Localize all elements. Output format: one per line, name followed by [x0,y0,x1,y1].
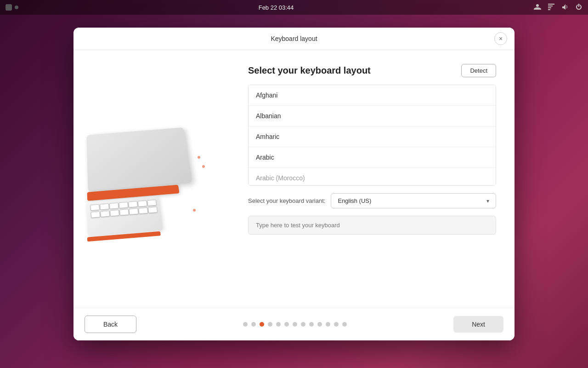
network-icon[interactable] [548,3,555,12]
progress-dot-12 [334,322,339,327]
chevron-down-icon: ▾ [486,198,489,204]
progress-dot-6 [284,322,289,327]
dialog-body: Select your keyboard layout Detect Afgha… [74,50,514,308]
progress-dot-13 [342,322,347,327]
kb-key [148,207,158,213]
kb-key [90,211,100,218]
kb-key [128,201,138,207]
layout-list[interactable]: Afghani Albanian Amharic Arabic Arabic (… [248,85,496,186]
dialog-title: Keyboard layout [271,35,317,42]
progress-dot-11 [326,322,330,327]
keyboard-layout-dialog: Keyboard layout × [74,28,514,340]
kb-top-layer [86,196,163,236]
kb-key [100,211,110,218]
dialog-footer: Back Next [74,308,514,340]
left-panel [74,50,230,308]
app-small-dot [15,6,18,9]
kb-key [119,202,128,208]
progress-dot-4 [268,322,272,327]
variant-select[interactable]: English (US) ▾ [331,193,496,208]
taskbar-clock: Feb 22 03:44 [259,4,294,11]
variant-select-container: English (US) ▾ [331,193,496,208]
kb-key [110,210,119,217]
app-indicator [6,4,18,11]
list-item[interactable]: Albanian [249,106,496,126]
kb-key [138,207,148,214]
kb-key [90,204,100,211]
progress-dot-3 [260,322,264,327]
right-panel: Select your keyboard layout Detect Afgha… [230,50,514,308]
taskbar-left [6,4,18,11]
keyboard-test-input[interactable] [248,216,496,235]
taskbar-right [534,3,582,12]
dialog-header: Keyboard layout × [74,28,514,50]
close-button[interactable]: × [494,32,507,45]
section-header: Select your keyboard layout Detect [248,64,496,77]
variant-row: Select your keyboard variant: English (U… [248,193,496,208]
list-item[interactable]: Arabic (Morocco) [249,168,496,186]
scatter-dot [202,165,205,168]
next-button[interactable]: Next [453,316,503,333]
progress-dot-1 [243,322,248,327]
list-item[interactable]: Amharic [249,126,496,147]
kb-key [100,203,109,210]
person-icon[interactable] [534,3,541,12]
progress-dots [243,322,347,327]
datetime-text: Feb 22 03:44 [259,4,294,11]
variant-label: Select your keyboard variant: [248,197,325,204]
progress-dot-2 [251,322,256,327]
kb-base-layer [86,127,192,192]
progress-dot-8 [301,322,305,327]
kb-key [138,200,147,207]
app-dot [6,4,12,11]
progress-dot-7 [293,322,297,327]
taskbar: Feb 22 03:44 [0,0,588,15]
dialog-overlay: Keyboard layout × [0,0,588,368]
list-item[interactable]: Arabic [249,147,496,168]
progress-dot-10 [317,322,322,327]
volume-icon[interactable] [561,3,569,12]
section-title: Select your keyboard layout [248,65,371,76]
kb-key [119,209,129,216]
keyboard-illustration [87,128,216,230]
progress-dot-5 [276,322,281,327]
kb-key [129,208,139,214]
back-button[interactable]: Back [85,316,136,333]
scatter-dot [193,209,196,212]
kb-key [147,200,157,206]
scatter-dot [198,156,200,159]
list-item[interactable]: Afghani [249,85,496,106]
detect-button[interactable]: Detect [461,64,496,77]
progress-dot-9 [309,322,314,327]
kb-key [109,202,119,209]
variant-value: English (US) [338,197,371,204]
power-icon[interactable] [575,3,582,12]
